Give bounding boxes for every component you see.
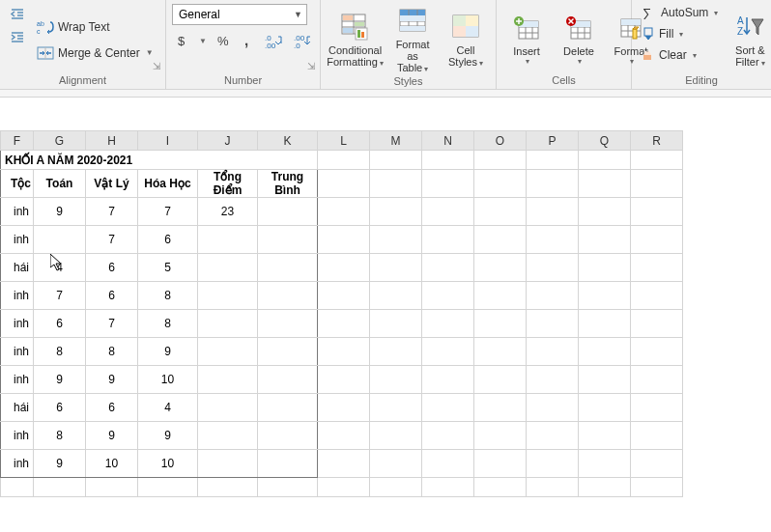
cell[interactable] xyxy=(474,310,527,338)
col-header-R[interactable]: R xyxy=(631,131,683,151)
cell[interactable] xyxy=(422,450,474,478)
cell[interactable] xyxy=(258,478,318,497)
cell[interactable] xyxy=(198,310,258,338)
cell[interactable] xyxy=(579,170,631,198)
cell[interactable] xyxy=(527,450,579,478)
cell[interactable] xyxy=(198,254,258,282)
cell[interactable] xyxy=(527,366,579,394)
increase-decimal-button[interactable]: .0.00 xyxy=(261,31,288,50)
col-header-P[interactable]: P xyxy=(527,131,579,151)
col-header-J[interactable]: J xyxy=(198,131,258,151)
cell[interactable]: 7 xyxy=(34,282,86,310)
cell[interactable] xyxy=(422,282,474,310)
cell[interactable] xyxy=(318,338,370,366)
cell[interactable]: inh xyxy=(1,422,34,450)
col-header-H[interactable]: H xyxy=(86,131,138,151)
fill-button[interactable]: Fill ▾ xyxy=(638,25,722,42)
header-f[interactable]: Tộc xyxy=(1,170,34,198)
cell[interactable] xyxy=(527,338,579,366)
cell[interactable] xyxy=(258,226,318,254)
cell[interactable] xyxy=(422,366,474,394)
cell[interactable] xyxy=(258,422,318,450)
cell[interactable] xyxy=(527,282,579,310)
cell[interactable] xyxy=(34,226,86,254)
cell[interactable] xyxy=(631,226,683,254)
cell[interactable] xyxy=(474,170,527,198)
cell[interactable] xyxy=(631,170,683,198)
cell[interactable] xyxy=(631,198,683,226)
cell[interactable]: inh xyxy=(1,310,34,338)
cell[interactable] xyxy=(631,151,683,170)
cell[interactable] xyxy=(474,151,527,170)
cell[interactable] xyxy=(527,310,579,338)
cell[interactable] xyxy=(474,366,527,394)
cell[interactable] xyxy=(370,151,422,170)
clear-button[interactable]: Clear ▾ xyxy=(638,46,722,64)
cell[interactable] xyxy=(318,198,370,226)
cell[interactable] xyxy=(198,478,258,497)
cell[interactable] xyxy=(198,450,258,478)
cell[interactable] xyxy=(198,366,258,394)
cell[interactable] xyxy=(422,422,474,450)
autosum-button[interactable]: ∑ AutoSum ▾ xyxy=(638,4,722,21)
cell[interactable]: 9 xyxy=(138,422,198,450)
cell[interactable] xyxy=(370,226,422,254)
cell[interactable] xyxy=(318,282,370,310)
cell[interactable] xyxy=(527,226,579,254)
cell[interactable] xyxy=(138,478,198,497)
cell[interactable] xyxy=(527,394,579,422)
cell[interactable]: inh xyxy=(1,338,34,366)
cell[interactable] xyxy=(318,366,370,394)
header-i[interactable]: Hóa Học xyxy=(138,170,198,198)
cell[interactable] xyxy=(579,394,631,422)
cell[interactable] xyxy=(631,338,683,366)
cell[interactable] xyxy=(370,338,422,366)
cell[interactable] xyxy=(370,478,422,497)
cell[interactable] xyxy=(474,394,527,422)
cell[interactable] xyxy=(422,310,474,338)
cell[interactable] xyxy=(370,366,422,394)
cell[interactable]: 9 xyxy=(86,422,138,450)
cell[interactable] xyxy=(527,151,579,170)
cell[interactable] xyxy=(579,338,631,366)
cell[interactable] xyxy=(631,366,683,394)
cell[interactable]: 8 xyxy=(138,310,198,338)
cell[interactable]: inh xyxy=(1,366,34,394)
cell[interactable] xyxy=(198,394,258,422)
cell[interactable] xyxy=(527,170,579,198)
cell[interactable] xyxy=(198,338,258,366)
cell[interactable] xyxy=(422,198,474,226)
cell[interactable] xyxy=(631,478,683,497)
cell[interactable]: 4 xyxy=(138,394,198,422)
cell[interactable] xyxy=(474,226,527,254)
cell[interactable] xyxy=(318,254,370,282)
cell[interactable] xyxy=(318,422,370,450)
cell[interactable] xyxy=(631,254,683,282)
cell[interactable] xyxy=(422,478,474,497)
col-header-G[interactable]: G xyxy=(34,131,86,151)
cell[interactable] xyxy=(370,310,422,338)
col-header-O[interactable]: O xyxy=(474,131,527,151)
cell[interactable]: 6 xyxy=(34,394,86,422)
cell[interactable]: 6 xyxy=(34,310,86,338)
cell[interactable] xyxy=(474,282,527,310)
cell[interactable]: 9 xyxy=(34,366,86,394)
cell[interactable] xyxy=(370,450,422,478)
cell[interactable]: 6 xyxy=(86,254,138,282)
cell[interactable]: 6 xyxy=(138,226,198,254)
cell[interactable]: 6 xyxy=(86,282,138,310)
cell[interactable] xyxy=(631,422,683,450)
cell[interactable] xyxy=(579,450,631,478)
cell[interactable] xyxy=(258,198,318,226)
cell[interactable] xyxy=(318,226,370,254)
format-as-table-button[interactable]: Format asTable▾ xyxy=(387,4,438,75)
cell[interactable] xyxy=(527,422,579,450)
number-dialog-launcher[interactable]: ⇲ xyxy=(304,59,318,72)
cell[interactable] xyxy=(198,422,258,450)
cell[interactable] xyxy=(631,310,683,338)
cell[interactable] xyxy=(579,226,631,254)
cell[interactable] xyxy=(579,198,631,226)
cell[interactable]: 9 xyxy=(34,450,86,478)
cell[interactable] xyxy=(474,422,527,450)
cell[interactable]: 6 xyxy=(86,394,138,422)
